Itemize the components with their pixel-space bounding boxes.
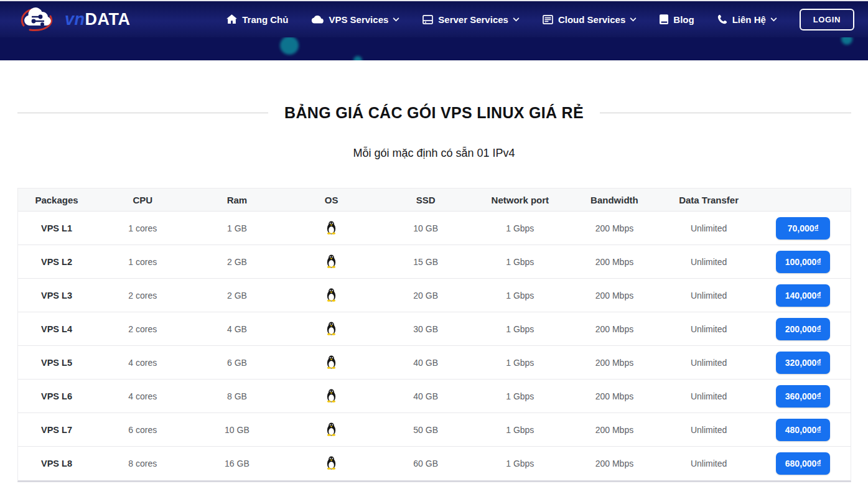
nav-item-cloud-services[interactable]: Cloud Services: [543, 14, 637, 25]
cpu-value: 1 cores: [96, 257, 190, 267]
nav-item-trang-chu[interactable]: Trang Chủ: [226, 14, 288, 25]
bandwidth-value: 200 Mbps: [567, 459, 662, 468]
os-cell: [284, 355, 379, 371]
price-button[interactable]: 200,000₫: [776, 318, 830, 340]
linux-tux-icon: [325, 254, 337, 270]
teal-glow-dot: [280, 37, 299, 55]
price-cell: 360,000₫: [756, 385, 851, 408]
os-cell: [284, 254, 379, 270]
brand-name: vnDATA: [65, 11, 131, 28]
ram-value: 8 GB: [190, 391, 284, 401]
col-header-os: OS: [284, 195, 379, 205]
col-header-bandwidth: Bandwidth: [567, 195, 662, 205]
col-header-packages: Packages: [18, 195, 96, 205]
brand-logo[interactable]: vnDATA: [17, 4, 131, 35]
main-nav: Trang Chủ VPS Services Server Services: [226, 14, 777, 25]
price-cell: 140,000₫: [756, 284, 851, 307]
os-cell: [284, 388, 379, 404]
linux-tux-icon: [325, 321, 337, 337]
price-button[interactable]: 680,000₫: [776, 452, 830, 475]
data-transfer-value: Unlimited: [661, 425, 756, 435]
col-header-network-port: Network port: [473, 195, 567, 205]
nav-item-label: Trang Chủ: [242, 14, 288, 25]
section-title-divider: BẢNG GIÁ CÁC GÓI VPS LINUX GIÁ RẺ: [17, 104, 851, 122]
bandwidth-value: 200 Mbps: [567, 223, 662, 233]
nav-item-vps-services[interactable]: VPS Services: [311, 14, 399, 25]
table-body: VPS L1 1 cores 1 GB 10 GB 1 Gbps: [18, 212, 851, 480]
linux-tux-icon: [325, 355, 337, 371]
phone-icon: [717, 14, 727, 24]
cpu-value: 8 cores: [96, 459, 190, 468]
blog-icon: [660, 14, 668, 24]
data-transfer-value: Unlimited: [661, 459, 756, 468]
price-cell: 200,000₫: [756, 318, 851, 340]
package-name: VPS L4: [18, 324, 96, 334]
os-cell: [284, 422, 379, 438]
bandwidth-value: 200 Mbps: [567, 324, 662, 334]
table-row: VPS L7 6 cores 10 GB 50 GB 1 Gbp: [18, 413, 851, 447]
package-name: VPS L2: [18, 257, 96, 267]
package-name: VPS L7: [18, 425, 96, 435]
network-port-value: 1 Gbps: [473, 391, 567, 401]
price-button[interactable]: 360,000₫: [776, 385, 830, 408]
os-cell: [284, 321, 379, 337]
ram-value: 1 GB: [190, 223, 284, 233]
table-row: VPS L6 4 cores 8 GB 40 GB 1 Gbps: [18, 380, 851, 413]
cpu-value: 6 cores: [96, 425, 190, 435]
price-cell: 320,000₫: [756, 352, 851, 374]
page-title: BẢNG GIÁ CÁC GÓI VPS LINUX GIÁ RẺ: [284, 104, 584, 122]
package-name: VPS L6: [18, 391, 96, 401]
table-row: VPS L5 4 cores 6 GB 40 GB 1 Gbps: [18, 346, 851, 380]
nav-item-label: Blog: [673, 14, 694, 25]
cpu-value: 2 cores: [96, 324, 190, 334]
ram-value: 4 GB: [190, 324, 284, 334]
pricing-table: Packages CPU Ram OS SSD Network port Ban…: [17, 188, 851, 482]
chevron-down-icon: [630, 17, 637, 22]
price-button[interactable]: 320,000₫: [776, 352, 830, 374]
col-header-data-transfer: Data Transfer: [661, 195, 756, 205]
login-button[interactable]: LOGIN: [800, 9, 854, 30]
table-row: VPS L4 2 cores 4 GB 30 GB 1 Gbps: [18, 312, 851, 346]
ssd-value: 20 GB: [378, 291, 473, 301]
nav-item-lien-he[interactable]: Liên Hệ: [717, 14, 777, 25]
cpu-value: 1 cores: [96, 223, 190, 233]
package-name: VPS L8: [18, 459, 96, 468]
nav-item-server-services[interactable]: Server Services: [422, 14, 520, 25]
price-button[interactable]: 480,000₫: [776, 419, 830, 441]
bandwidth-value: 200 Mbps: [567, 358, 662, 368]
price-cell: 100,000₫: [756, 251, 851, 273]
brand-vn: vn: [65, 10, 85, 29]
price-button[interactable]: 70,000₫: [776, 217, 830, 240]
cpu-value: 2 cores: [96, 291, 190, 301]
bandwidth-value: 200 Mbps: [567, 425, 662, 435]
nav-item-blog[interactable]: Blog: [660, 14, 694, 25]
data-transfer-value: Unlimited: [661, 358, 756, 368]
price-button[interactable]: 100,000₫: [776, 251, 830, 273]
col-header-ssd: SSD: [378, 195, 473, 205]
network-port-value: 1 Gbps: [473, 358, 567, 368]
table-header-row: Packages CPU Ram OS SSD Network port Ban…: [18, 189, 851, 212]
ssd-value: 30 GB: [378, 324, 473, 334]
ram-value: 6 GB: [190, 358, 284, 368]
ssd-value: 15 GB: [378, 257, 473, 267]
os-cell: [284, 220, 379, 236]
table-row: VPS L8 8 cores 16 GB 60 GB 1 Gbp: [18, 447, 851, 480]
nav-item-label: Cloud Services: [558, 14, 625, 25]
ssd-value: 40 GB: [378, 358, 473, 368]
teal-glow-dot: [353, 56, 362, 60]
price-cell: 70,000₫: [756, 217, 851, 240]
cloud-icon: [311, 15, 324, 24]
table-row: VPS L2 1 cores 2 GB 15 GB 1 Gbps: [18, 245, 851, 279]
cloud-circuit-logo-icon: [17, 4, 62, 35]
ssd-value: 60 GB: [378, 459, 473, 468]
section-subtitle: Mỗi gói mặc định có sẵn 01 IPv4: [0, 147, 868, 160]
col-header-cpu: CPU: [96, 195, 190, 205]
data-transfer-value: Unlimited: [661, 291, 756, 301]
network-port-value: 1 Gbps: [473, 257, 567, 267]
ssd-value: 50 GB: [378, 425, 473, 435]
linux-tux-icon: [325, 388, 337, 404]
ram-value: 10 GB: [190, 425, 284, 435]
network-port-value: 1 Gbps: [473, 425, 567, 435]
price-button[interactable]: 140,000₫: [776, 284, 830, 307]
nav-item-label: Liên Hệ: [732, 14, 766, 25]
